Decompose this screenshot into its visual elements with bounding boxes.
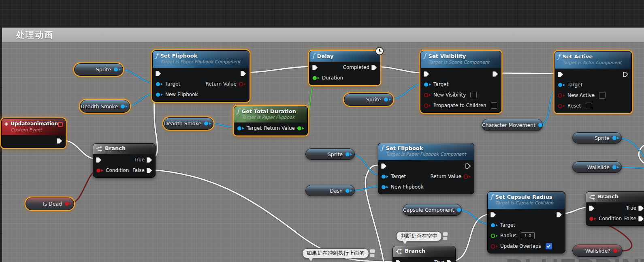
checkbox[interactable] [546, 243, 552, 249]
node-header[interactable]: ƒSet VisibilityTarget is Scene Component [421, 51, 501, 68]
data-pin[interactable] [558, 93, 565, 98]
data-pin[interactable] [204, 121, 213, 126]
node-title: Set Flipbook [160, 52, 241, 59]
var-wallslide[interactable]: Wallslide [572, 161, 622, 173]
node-branch-2[interactable]: BranchTrueConditionFalse [586, 191, 644, 226]
exec-pin[interactable] [371, 65, 377, 70]
exec-pin[interactable] [558, 72, 563, 77]
node-set-flipbook-1[interactable]: ƒSet FlipbookTarget is Paper Flipbook Co… [152, 50, 249, 102]
var-capsule-component[interactable]: Capsule Component [403, 204, 462, 216]
var-sprite-2[interactable]: Sprite [344, 93, 393, 106]
data-pin[interactable] [384, 97, 393, 102]
exec-pin[interactable] [493, 71, 498, 77]
var-is-dead[interactable]: Is Dead [26, 198, 74, 210]
var-sprite-1[interactable]: Sprite [74, 63, 123, 76]
checkbox[interactable] [470, 92, 477, 98]
node-header[interactable]: Branch [586, 192, 644, 202]
exec-pin[interactable] [156, 71, 161, 76]
bubble-dash-note[interactable]: 如果是在冲刺执行上面的 [302, 248, 369, 258]
node-header[interactable]: ƒDelay [309, 51, 380, 62]
data-pin[interactable] [381, 174, 389, 179]
node-header[interactable]: ƒSet ActiveTarget is Actor Component [555, 52, 631, 69]
data-pin[interactable] [64, 201, 74, 206]
blueprint-canvas[interactable]: BLUEPRINT 处理动画 ◈UpdateanimationCustom Ev… [0, 0, 644, 262]
checkbox[interactable] [586, 103, 592, 109]
exec-pin[interactable] [623, 72, 629, 77]
data-pin[interactable] [558, 82, 565, 88]
var-dash[interactable]: Dash [305, 185, 355, 196]
pin-icon[interactable] [443, 232, 448, 242]
data-pin[interactable] [490, 223, 498, 228]
data-pin[interactable] [345, 152, 354, 157]
pin-icon[interactable] [370, 249, 375, 259]
node-update-animation[interactable]: ◈UpdateanimationCustom Event [1, 118, 66, 148]
data-pin[interactable] [156, 82, 163, 87]
data-pin[interactable] [424, 82, 431, 87]
data-pin[interactable] [490, 244, 498, 249]
data-pin[interactable] [120, 104, 130, 109]
exec-pin[interactable] [465, 163, 471, 169]
exec-pin[interactable] [638, 206, 644, 211]
node-get-total-duration[interactable]: ƒGet Total DurationTarget is Paper Flipb… [234, 106, 308, 135]
node-header[interactable]: ƒGet Total DurationTarget is Paper Flipb… [234, 106, 307, 122]
exec-pin[interactable] [490, 212, 496, 217]
data-pin[interactable] [297, 126, 305, 131]
exec-pin[interactable] [589, 206, 595, 211]
checkbox[interactable] [491, 102, 497, 109]
data-pin[interactable] [345, 188, 354, 193]
bubble-airborne[interactable]: 判断是否在空中 [396, 231, 442, 241]
data-pin[interactable] [113, 67, 123, 72]
exec-pin[interactable] [447, 260, 452, 262]
value-input[interactable]: 1.0 [521, 232, 535, 239]
exec-pin[interactable] [638, 216, 644, 221]
node-delay[interactable]: ƒDelayCompletedDuration [309, 51, 380, 85]
data-pin[interactable] [312, 75, 320, 81]
exec-pin[interactable] [557, 212, 562, 217]
data-pin[interactable] [589, 216, 597, 221]
node-header[interactable]: ƒSet Capsule RadiusTarget is Capsule Col… [488, 192, 565, 209]
exec-pin[interactable] [312, 65, 318, 70]
exec-pin[interactable] [381, 163, 387, 169]
data-pin[interactable] [237, 126, 245, 131]
node-set-visibility[interactable]: ƒSet VisibilityTarget is Scene Component… [420, 51, 501, 113]
data-pin[interactable] [612, 165, 621, 170]
data-pin[interactable] [424, 103, 431, 108]
node-header[interactable]: ƒSet FlipbookTarget is Paper Flipbook Co… [153, 51, 249, 68]
var-wallslide-q[interactable]: Wallslide? [572, 245, 623, 257]
data-pin[interactable] [96, 168, 104, 173]
data-pin[interactable] [239, 82, 246, 87]
data-pin[interactable] [538, 122, 547, 128]
data-pin[interactable] [490, 233, 498, 238]
exec-pin[interactable] [424, 71, 429, 77]
node-header[interactable]: ƒSet FlipbookTarget is Paper Flipbook Co… [378, 143, 474, 160]
node-header[interactable]: ◈UpdateanimationCustom Event [2, 119, 65, 135]
var-sprite-3[interactable]: Sprite [572, 132, 622, 144]
data-pin[interactable] [612, 135, 621, 141]
data-pin[interactable] [463, 174, 471, 179]
node-header[interactable]: Branch [93, 144, 155, 154]
data-pin[interactable] [156, 92, 163, 97]
exec-pin[interactable] [147, 157, 152, 163]
node-branch-3[interactable]: BranchTrue [392, 246, 456, 262]
exec-pin[interactable] [57, 138, 62, 144]
var-deadth-smoke-1[interactable]: Deadth Smoke [80, 100, 130, 113]
var-character-movement[interactable]: Character Movement [482, 119, 543, 131]
node-branch-1[interactable]: BranchTrueConditionFalse [93, 143, 156, 178]
data-pin[interactable] [381, 185, 389, 190]
data-pin[interactable] [558, 103, 565, 109]
exec-pin[interactable] [396, 260, 401, 262]
var-sprite-4[interactable]: Sprite [305, 148, 355, 160]
var-deadth-smoke-2[interactable]: Deadth Smoke [163, 117, 213, 130]
node-set-flipbook-2[interactable]: ƒSet FlipbookTarget is Paper Flipbook Co… [378, 143, 474, 194]
checkbox[interactable] [599, 92, 606, 99]
data-pin[interactable] [424, 92, 431, 98]
exec-pin[interactable] [147, 168, 152, 173]
exec-pin[interactable] [96, 157, 102, 163]
node-set-active[interactable]: ƒSet ActiveTarget is Actor ComponentTarg… [554, 51, 632, 113]
node-header[interactable]: Branch [393, 246, 455, 257]
exec-pin[interactable] [241, 71, 246, 76]
data-pin[interactable] [613, 248, 622, 253]
node-set-capsule-radius[interactable]: ƒSet Capsule RadiusTarget is Capsule Col… [487, 191, 565, 253]
wire-exec-setvisibility-setactive [495, 73, 559, 73]
data-pin[interactable] [456, 207, 466, 213]
